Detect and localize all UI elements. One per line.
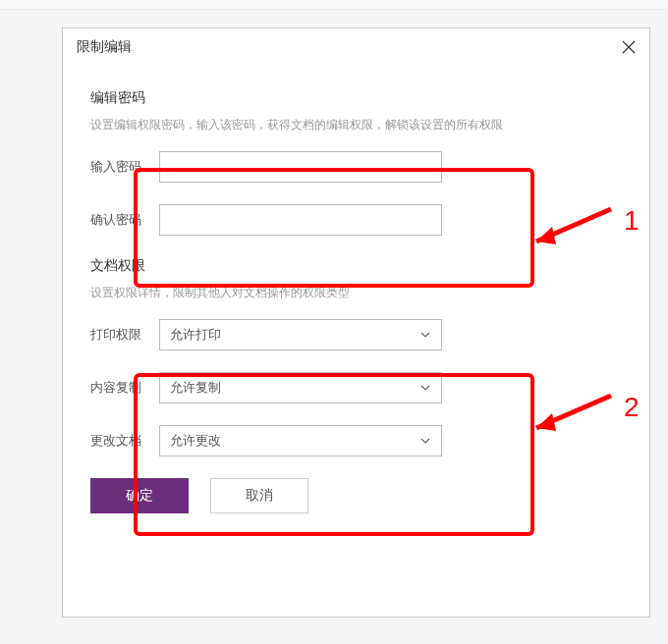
- button-row: 确定 取消: [90, 478, 622, 513]
- row-print-permission: 打印权限 允许打印: [90, 319, 622, 350]
- print-permission-select[interactable]: 允许打印: [159, 319, 442, 350]
- print-permission-label: 打印权限: [90, 326, 159, 344]
- close-button[interactable]: [618, 36, 640, 58]
- chevron-down-icon: [419, 382, 431, 394]
- edit-password-desc: 设置编辑权限密码，输入该密码，获得文档的编辑权限，解锁该设置的所有权限: [90, 117, 622, 134]
- modify-permission-value: 允许更改: [170, 432, 221, 450]
- top-bar: [0, 0, 668, 10]
- dialog-header: 限制编辑: [63, 28, 649, 68]
- modify-permission-label: 更改文档: [90, 432, 159, 450]
- dialog-body: 编辑密码 设置编辑权限密码，输入该密码，获得文档的编辑权限，解锁该设置的所有权限…: [63, 68, 649, 513]
- cancel-button[interactable]: 取消: [210, 478, 308, 513]
- edit-password-title: 编辑密码: [90, 89, 622, 107]
- row-modify-permission: 更改文档 允许更改: [90, 425, 622, 456]
- restrict-editing-dialog: 限制编辑 编辑密码 设置编辑权限密码，输入该密码，获得文档的编辑权限，解锁该设置…: [62, 27, 650, 617]
- confirm-password-label: 确认密码: [90, 211, 159, 229]
- password-input[interactable]: [159, 151, 442, 183]
- modify-permission-select[interactable]: 允许更改: [159, 425, 442, 456]
- doc-permission-title: 文档权限: [90, 257, 622, 275]
- ok-button[interactable]: 确定: [90, 478, 189, 513]
- chevron-down-icon: [419, 329, 431, 341]
- doc-permission-desc: 设置权限详情，限制其他人对文档操作的权限类型: [90, 285, 622, 301]
- copy-permission-value: 允许复制: [170, 379, 221, 397]
- dialog-title: 限制编辑: [77, 38, 636, 56]
- close-icon: [622, 40, 636, 54]
- password-label: 输入密码: [90, 158, 159, 176]
- copy-permission-label: 内容复制: [90, 379, 159, 397]
- copy-permission-select[interactable]: 允许复制: [159, 372, 442, 403]
- row-password: 输入密码: [90, 151, 622, 183]
- chevron-down-icon: [419, 435, 431, 447]
- row-copy-permission: 内容复制 允许复制: [90, 372, 622, 403]
- confirm-password-input[interactable]: [159, 204, 442, 236]
- row-confirm-password: 确认密码: [90, 204, 622, 236]
- print-permission-value: 允许打印: [170, 326, 221, 344]
